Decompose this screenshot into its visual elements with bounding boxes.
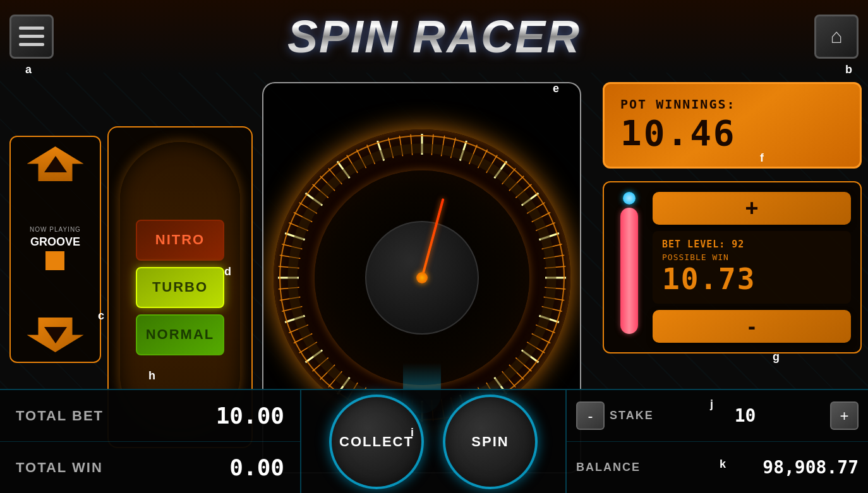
music-next-button[interactable] [27, 318, 84, 352]
music-prev-button[interactable] [27, 146, 84, 181]
normal-gear[interactable]: NORMAL [136, 314, 224, 355]
bet-increase-button[interactable]: + [653, 192, 851, 225]
possible-win-value: 10.73 [662, 262, 841, 296]
label-d: d [224, 265, 231, 278]
cable-indicator [623, 192, 636, 205]
now-playing-area: NOW PLAYING GROOVE [30, 226, 81, 273]
total-win-value: 0.00 [229, 454, 284, 480]
home-button[interactable]: ⌂ [814, 15, 859, 59]
speed-needle [421, 198, 445, 278]
menu-button[interactable] [9, 15, 54, 59]
totals-panel: TOTAL BET 10.00 TOTAL WIN 0.00 [0, 390, 301, 493]
bet-panel: + BET LEVEL: 92 POSSIBLE WIN 10.73 - [603, 181, 862, 353]
label-e: e [553, 82, 559, 95]
svg-marker-0 [44, 156, 67, 172]
cable-body [620, 208, 638, 334]
stake-label: STAKE [610, 409, 660, 422]
label-g: g [773, 350, 780, 364]
label-h: h [148, 369, 155, 383]
bottom-bar: TOTAL BET 10.00 TOTAL WIN 0.00 COLLECT S… [0, 389, 868, 493]
now-playing-track: GROOVE [30, 235, 81, 249]
stake-row: - STAKE 10 + [567, 390, 868, 442]
pot-winnings-box: POT WINNINGS: 10.46 [603, 82, 862, 169]
bet-decrease-button[interactable]: - [653, 310, 851, 343]
possible-win-label: POSSIBLE WIN [662, 252, 841, 262]
label-k: k [720, 458, 726, 471]
label-j: j [710, 398, 713, 411]
turbo-gear[interactable]: TURBO [136, 267, 224, 308]
total-win-row: TOTAL WIN 0.00 [0, 442, 300, 493]
total-win-label: TOTAL WIN [16, 460, 103, 476]
stake-value: 10 [665, 405, 825, 426]
stake-panel: - STAKE 10 + BALANCE 98,908.77 [567, 390, 868, 493]
balance-label: BALANCE [576, 461, 641, 474]
stop-button[interactable] [45, 251, 64, 270]
balance-value: 98,908.77 [646, 457, 859, 478]
music-panel: NOW PLAYING GROOVE [9, 136, 101, 363]
stake-decrease-button[interactable]: - [576, 401, 605, 430]
bet-controls: + BET LEVEL: 92 POSSIBLE WIN 10.73 - [653, 192, 851, 343]
nitro-gear[interactable]: NITRO [136, 220, 224, 261]
right-panel: POT WINNINGS: 10.46 + BET LEVEL: 92 POSS… [603, 82, 862, 353]
total-bet-value: 10.00 [216, 403, 284, 429]
spin-button[interactable]: SPIN [443, 395, 538, 489]
label-b: b [845, 63, 852, 76]
game-title: SPIN RACER [287, 11, 581, 62]
wheel-center [365, 221, 479, 335]
total-bet-label: TOTAL BET [16, 408, 104, 424]
bet-level-text: BET LEVEL: 92 [662, 239, 841, 250]
svg-marker-1 [44, 327, 67, 343]
now-playing-label: NOW PLAYING [30, 226, 81, 233]
wheel-outer [274, 129, 570, 426]
wheel-inner [315, 170, 529, 385]
label-a: a [25, 63, 32, 76]
stake-increase-button[interactable]: + [830, 401, 859, 430]
label-c: c [98, 309, 104, 323]
label-f: f [760, 151, 764, 165]
pot-winnings-label: POT WINNINGS: [620, 97, 844, 112]
balance-row: BALANCE 98,908.77 [567, 442, 868, 493]
main-area: NOW PLAYING GROOVE NITRO TURBO NORMAL [0, 73, 868, 493]
needle-dot [416, 272, 428, 283]
total-bet-row: TOTAL BET 10.00 [0, 390, 300, 442]
cable-area [613, 192, 645, 343]
action-panel: COLLECT SPIN [301, 390, 567, 493]
bet-info-box: BET LEVEL: 92 POSSIBLE WIN 10.73 [653, 231, 851, 304]
label-i: i [411, 426, 414, 439]
collect-button[interactable]: COLLECT [329, 395, 424, 489]
pot-winnings-value: 10.46 [620, 112, 844, 154]
top-bar: SPIN RACER ⌂ [0, 0, 868, 73]
